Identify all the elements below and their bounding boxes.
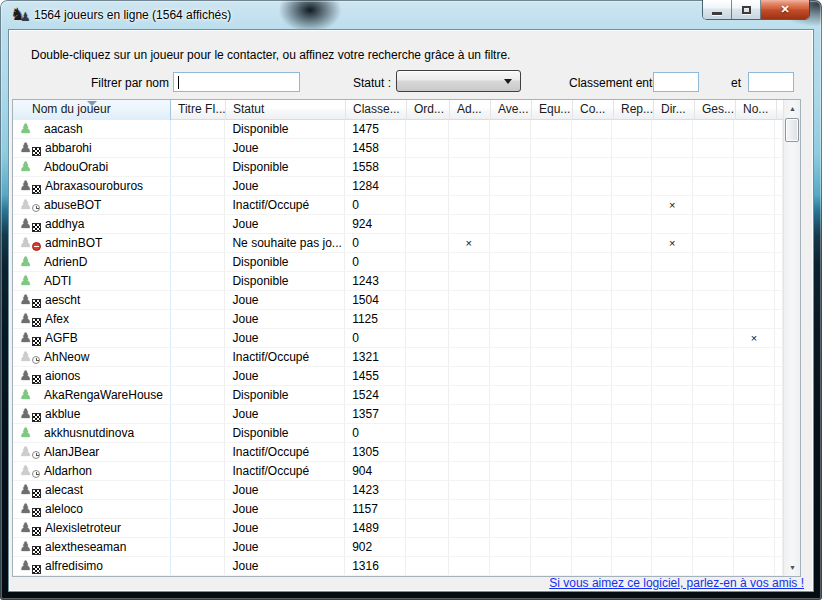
player-row-aionos[interactable]: ♟aionosJoue1455: [13, 367, 783, 386]
player-row-aleloco[interactable]: ♟alelocoJoue1157: [13, 500, 783, 519]
player-ave-cell: [490, 481, 531, 499]
player-ad-cell: [449, 196, 490, 214]
player-row-abbarohi[interactable]: ♟abbarohiJoue1458: [13, 139, 783, 158]
player-ges-cell: [693, 405, 734, 423]
player-title-cell: [171, 462, 226, 480]
status-dropdown[interactable]: [396, 70, 521, 92]
column-header-ord[interactable]: Ord...: [407, 100, 450, 120]
player-ad-cell: [449, 481, 490, 499]
column-header-dir[interactable]: Dir...: [654, 100, 695, 120]
player-row-Abraxasouroburos[interactable]: ♟AbraxasouroburosJoue1284: [13, 177, 783, 196]
column-header-label: Ad...: [457, 102, 482, 116]
column-header-no[interactable]: No...: [736, 100, 777, 120]
column-header-co[interactable]: Co...: [573, 100, 614, 120]
player-ord-cell: [406, 234, 449, 252]
column-header-rating[interactable]: Classe...: [346, 100, 407, 120]
row-filler: [775, 310, 783, 328]
column-header-ges[interactable]: Ges...: [695, 100, 736, 120]
vertical-scrollbar[interactable]: ▲ ▼: [783, 100, 800, 576]
player-ave-cell: [490, 310, 531, 328]
player-row-akkhusnutdinova[interactable]: ♟akkhusnutdinovaDisponible0: [13, 424, 783, 443]
player-ave-cell: [490, 348, 531, 366]
player-row-Afex[interactable]: ♟AfexJoue1125: [13, 310, 783, 329]
player-title-cell: [171, 348, 226, 366]
player-rep-cell: [612, 538, 652, 556]
minimize-button[interactable]: [703, 0, 732, 19]
player-row-abuseBOT[interactable]: ♟abuseBOTInactif/Occupé0×: [13, 196, 783, 215]
row-filler: [775, 481, 783, 499]
column-header-name[interactable]: Nom du joueur: [13, 100, 171, 120]
player-row-aacash[interactable]: ♟aacashDisponible1475: [13, 120, 783, 139]
player-row-Aldarhon[interactable]: ♟AldarhonInactif/Occupé904: [13, 462, 783, 481]
player-row-alextheseaman[interactable]: ♟alextheseamanJoue902: [13, 538, 783, 557]
player-ord-cell: [406, 424, 449, 442]
scrollbar-thumb[interactable]: [785, 118, 799, 142]
player-status-playing-pawn-icon: ♟: [19, 558, 32, 574]
player-ord-cell: [406, 557, 449, 575]
row-filler: [775, 215, 783, 233]
column-header-ave[interactable]: Ave...: [491, 100, 532, 120]
player-title-cell: [171, 329, 226, 347]
column-header-label: No...: [743, 102, 768, 116]
player-row-akblue[interactable]: ♟akblueJoue1357: [13, 405, 783, 424]
player-ad-cell: [449, 500, 490, 518]
column-header-rep[interactable]: Rep...: [614, 100, 654, 120]
player-no-cell: [734, 234, 775, 252]
filter-name-input[interactable]: [173, 72, 300, 92]
player-rep-cell: [612, 291, 652, 309]
player-ad-cell: [449, 253, 490, 271]
player-dir-cell: [652, 424, 693, 442]
player-ave-cell: [490, 538, 531, 556]
playing-chessboard-icon: [32, 527, 41, 536]
column-header-ad[interactable]: Ad...: [450, 100, 491, 120]
player-no-cell: [734, 215, 775, 233]
player-name: aacash: [44, 120, 83, 138]
do-not-disturb-icon: [32, 242, 41, 251]
table-body: ♟aacashDisponible1475♟abbarohiJoue1458♟A…: [13, 120, 783, 576]
player-name-cell: ♟AdrienD: [13, 253, 171, 271]
share-link[interactable]: Si vous aimez ce logiciel, parlez-en à v…: [549, 576, 804, 590]
player-row-addhya[interactable]: ♟addhyaJoue924: [13, 215, 783, 234]
player-title-cell: [171, 120, 226, 138]
player-name: AkaRengaWareHouse: [44, 386, 163, 404]
player-name-cell: ♟abuseBOT: [13, 196, 171, 214]
column-header-label: Ord...: [414, 102, 444, 116]
player-status-playing-pawn-icon: ♟: [19, 330, 32, 346]
column-header-equ[interactable]: Equ...: [532, 100, 573, 120]
player-row-adminBOT[interactable]: ♟adminBOTNe souhaite pas jo...0××: [13, 234, 783, 253]
player-no-cell: [734, 405, 775, 423]
maximize-button[interactable]: [732, 0, 761, 19]
player-ave-cell: [490, 500, 531, 518]
scroll-down-button[interactable]: ▼: [784, 559, 801, 576]
player-rating-cell: 1357: [345, 405, 406, 423]
row-filler: [775, 348, 783, 366]
player-row-aescht[interactable]: ♟aeschtJoue1504: [13, 291, 783, 310]
player-status-playing-pawn-icon: ♟: [19, 368, 32, 384]
scroll-up-button[interactable]: ▲: [784, 100, 801, 117]
rating-max-input[interactable]: [748, 72, 794, 92]
player-ad-cell: [449, 538, 490, 556]
player-ad-cell: [449, 367, 490, 385]
player-row-AlanJBear[interactable]: ♟AlanJBearInactif/Occupé1305: [13, 443, 783, 462]
player-ord-cell: [406, 443, 449, 461]
playing-chessboard-icon: [32, 337, 41, 346]
rating-min-input[interactable]: [653, 72, 699, 92]
player-row-AGFB[interactable]: ♟AGFBJoue0×: [13, 329, 783, 348]
player-row-AbdouOrabi[interactable]: ♟AbdouOrabiDisponible1558: [13, 158, 783, 177]
player-co-cell: [572, 196, 613, 214]
player-row-AkaRengaWareHouse[interactable]: ♟AkaRengaWareHouseDisponible1524: [13, 386, 783, 405]
column-header-status[interactable]: Statut: [226, 100, 346, 120]
player-rep-cell: [612, 367, 652, 385]
close-button[interactable]: ✕: [761, 0, 809, 19]
player-row-AdrienD[interactable]: ♟AdrienDDisponible0: [13, 253, 783, 272]
player-row-Alexisletroteur[interactable]: ♟AlexisletroteurJoue1489: [13, 519, 783, 538]
player-no-cell: [734, 291, 775, 309]
column-header-title[interactable]: Titre FI...: [171, 100, 226, 120]
player-ord-cell: [406, 519, 449, 537]
player-row-alfredisimo[interactable]: ♟alfredisimoJoue1316: [13, 557, 783, 576]
player-row-ADTI[interactable]: ♟ADTIDisponible1243: [13, 272, 783, 291]
player-row-alecast[interactable]: ♟alecastJoue1423: [13, 481, 783, 500]
player-row-AhNeow[interactable]: ♟AhNeowInactif/Occupé1321: [13, 348, 783, 367]
player-name: alfredisimo: [45, 557, 103, 575]
title-bar[interactable]: ♞ ♟ 1564 joueurs en ligne (1564 affichés…: [0, 0, 822, 29]
